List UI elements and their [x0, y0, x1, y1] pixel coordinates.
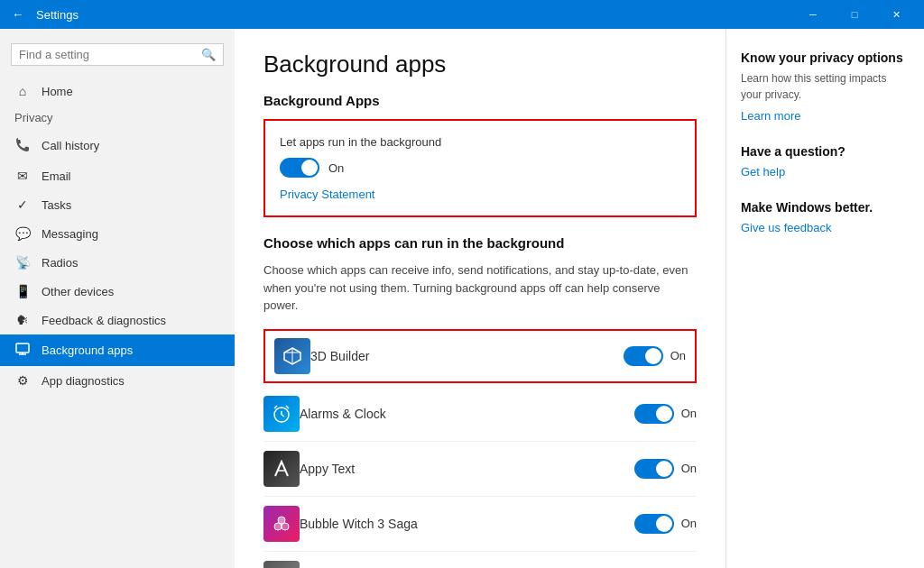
titlebar: ← Settings ─ □ ✕ [0, 0, 924, 29]
app-toggle-alarms-clock[interactable] [634, 404, 674, 424]
svg-point-14 [278, 517, 285, 524]
page-title: Background apps [263, 50, 697, 78]
tasks-icon: ✓ [14, 197, 31, 212]
sidebar-item-label: Radios [42, 256, 78, 270]
sidebar-item-label: Call history [42, 139, 99, 152]
app-toggle-area-alarms: On [634, 404, 697, 424]
call-history-icon [14, 137, 31, 154]
app-toggle-label-bubble: On [681, 517, 697, 530]
search-input[interactable] [19, 48, 201, 61]
sidebar-item-other-devices[interactable]: 📱 Other devices [0, 277, 235, 306]
rp-title-feedback: Make Windows better. [741, 200, 910, 215]
app-icon-alarms-clock [263, 396, 300, 432]
rp-title-privacy: Know your privacy options [741, 50, 910, 65]
sidebar: 🔍 ⌂ Home Privacy Call history ✉ Email ✓ … [0, 29, 235, 568]
home-icon: ⌂ [14, 84, 31, 98]
app-name-bubble-witch: Bubble Witch 3 Saga [300, 517, 634, 531]
sidebar-item-feedback-diagnostics[interactable]: 🗣 Feedback & diagnostics [0, 306, 235, 334]
give-feedback-link[interactable]: Give us feedback [741, 221, 831, 234]
sidebar-item-email[interactable]: ✉ Email [0, 161, 235, 190]
toggle-on-label: On [328, 161, 344, 175]
messaging-icon: 💬 [14, 226, 31, 241]
app-toggle-label-3d-builder: On [670, 349, 686, 362]
sidebar-item-label: Tasks [42, 198, 71, 212]
search-icon: 🔍 [201, 48, 216, 61]
sidebar-section-privacy: Privacy [0, 105, 235, 130]
app-toggle-3d-builder[interactable] [624, 346, 663, 366]
section2-description: Choose which apps can receive info, send… [263, 261, 697, 315]
sidebar-item-label: Feedback & diagnostics [42, 314, 166, 327]
app-name-alarms-clock: Alarms & Clock [300, 407, 634, 421]
other-devices-icon: 📱 [14, 284, 31, 298]
sidebar-item-tasks[interactable]: ✓ Tasks [0, 190, 235, 219]
background-apps-icon [14, 342, 31, 359]
feedback-icon: 🗣 [14, 313, 31, 327]
svg-line-10 [286, 406, 289, 408]
app-row-3d-builder: 3D Builder On [263, 329, 697, 383]
app-toggle-area-3d-builder: On [624, 346, 686, 366]
right-panel: Know your privacy options Learn how this… [725, 29, 924, 568]
email-icon: ✉ [14, 169, 31, 183]
rp-section-feedback: Make Windows better. Give us feedback [741, 200, 910, 234]
app-toggle-bubble-witch[interactable] [634, 514, 674, 534]
svg-rect-0 [16, 344, 29, 353]
app-icon-3d-builder [274, 338, 310, 374]
rp-text-privacy: Learn how this setting impacts your priv… [741, 70, 910, 103]
app-row-appy-text: Appy Text On [263, 442, 697, 497]
section2-title: Choose which apps can run in the backgro… [263, 235, 697, 251]
sidebar-item-home[interactable]: ⌂ Home [0, 77, 235, 105]
toggle-description: Let apps run in the background [280, 135, 680, 149]
learn-more-link[interactable]: Learn more [741, 109, 800, 123]
sidebar-item-label: App diagnostics [42, 374, 125, 388]
radios-icon: 📡 [14, 255, 31, 270]
sidebar-item-label: Messaging [42, 227, 98, 241]
app-name-3d-builder: 3D Builder [310, 349, 624, 363]
sidebar-item-label: Background apps [42, 344, 133, 357]
close-button[interactable]: ✕ [875, 0, 917, 29]
sidebar-item-background-apps[interactable]: Background apps [0, 334, 235, 366]
app-row-alarms-clock: Alarms & Clock On [263, 387, 697, 442]
app-toggle-area-bubble: On [634, 514, 697, 534]
sidebar-item-label: Email [42, 169, 71, 183]
background-toggle-section: Let apps run in the background On Privac… [263, 119, 697, 217]
app-icon-appy-text [263, 451, 300, 487]
section1-title: Background Apps [263, 93, 697, 108]
svg-line-8 [282, 415, 284, 417]
app-toggle-appy-text[interactable] [634, 459, 674, 479]
app-diagnostics-icon: ⚙ [14, 373, 31, 388]
app-icon-calculator [263, 561, 300, 569]
app-toggle-label-appy: On [681, 462, 697, 475]
sidebar-item-app-diagnostics[interactable]: ⚙ App diagnostics [0, 366, 235, 395]
app-toggle-area-appy: On [634, 459, 697, 479]
app-row-calculator: Calculator On [263, 552, 697, 569]
minimize-button[interactable]: ─ [792, 0, 834, 29]
app-row-bubble-witch: Bubble Witch 3 Saga On [263, 497, 697, 552]
sidebar-item-messaging[interactable]: 💬 Messaging [0, 219, 235, 248]
rp-section-question: Have a question? Get help [741, 144, 910, 179]
sidebar-item-label: Other devices [42, 285, 114, 298]
sidebar-item-radios[interactable]: 📡 Radios [0, 248, 235, 277]
window-controls: ─ □ ✕ [792, 0, 917, 29]
get-help-link[interactable]: Get help [741, 165, 785, 179]
app-toggle-label-alarms: On [681, 407, 697, 420]
titlebar-left: ← Settings [7, 4, 79, 25]
privacy-statement-link[interactable]: Privacy Statement [280, 188, 375, 201]
back-button[interactable]: ← [7, 4, 29, 25]
app-name-appy-text: Appy Text [300, 462, 634, 476]
app-body: 🔍 ⌂ Home Privacy Call history ✉ Email ✓ … [0, 29, 924, 568]
app-icon-bubble-witch [263, 506, 300, 542]
titlebar-title: Settings [36, 8, 79, 22]
rp-title-question: Have a question? [741, 144, 910, 159]
background-apps-toggle[interactable] [280, 158, 319, 178]
svg-line-9 [274, 406, 277, 408]
main-toggle-row: On [280, 158, 680, 178]
rp-section-privacy: Know your privacy options Learn how this… [741, 50, 910, 123]
main-content: Background apps Background Apps Let apps… [235, 29, 725, 568]
sidebar-item-label: Home [42, 85, 73, 98]
sidebar-item-call-history[interactable]: Call history [0, 130, 235, 161]
search-box[interactable]: 🔍 [11, 43, 224, 66]
restore-button[interactable]: □ [834, 0, 875, 29]
